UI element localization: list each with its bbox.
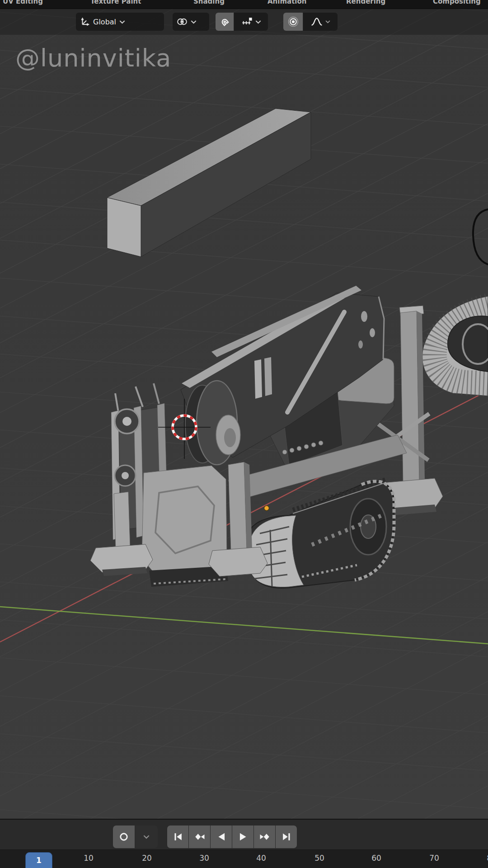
magnet-icon bbox=[219, 16, 230, 27]
next-keyframe-icon bbox=[259, 832, 270, 842]
tab-shading[interactable]: Shading bbox=[193, 0, 225, 5]
pivot-point-icon bbox=[177, 17, 188, 27]
play-reverse-button[interactable] bbox=[211, 826, 232, 848]
3d-viewport[interactable]: Global bbox=[0, 9, 488, 819]
proportional-falloff-dropdown[interactable] bbox=[303, 13, 338, 31]
ruler-label: 50 bbox=[314, 854, 324, 863]
workspace-tabbar: UV Editing Texture Paint Shading Animati… bbox=[0, 0, 488, 9]
snap-increment-icon bbox=[241, 16, 253, 27]
jump-to-start-icon bbox=[173, 832, 183, 842]
play-reverse-icon bbox=[216, 832, 226, 842]
chevron-down-icon bbox=[191, 20, 197, 24]
timeline-ruler[interactable]: 1 10 20 30 40 50 60 70 80 bbox=[0, 849, 488, 868]
watermark-text: @luninvitika bbox=[15, 44, 171, 72]
ruler-label: 10 bbox=[84, 854, 94, 863]
proportional-editing-icon bbox=[287, 16, 299, 28]
next-keyframe-button[interactable] bbox=[254, 826, 275, 848]
beam-object[interactable] bbox=[107, 108, 311, 257]
tab-rendering[interactable]: Rendering bbox=[346, 0, 385, 5]
previous-keyframe-icon bbox=[194, 832, 205, 842]
record-circle-icon bbox=[119, 832, 129, 842]
chevron-down-icon bbox=[119, 20, 125, 24]
transform-orientation-icon bbox=[80, 17, 90, 27]
pivot-point-dropdown[interactable] bbox=[173, 13, 209, 31]
crane-model[interactable] bbox=[90, 286, 443, 588]
auto-keying-toggle[interactable] bbox=[113, 826, 135, 848]
play-button[interactable] bbox=[232, 826, 253, 848]
snap-toggle-button[interactable] bbox=[216, 13, 234, 31]
auto-keying-dropdown[interactable] bbox=[135, 826, 158, 848]
timeline-panel: 1 10 20 30 40 50 60 70 80 bbox=[0, 819, 488, 868]
snap-target-dropdown[interactable] bbox=[234, 13, 268, 31]
ruler-label: 70 bbox=[429, 854, 439, 863]
viewport-scene bbox=[0, 9, 488, 819]
previous-keyframe-button[interactable] bbox=[189, 826, 210, 848]
current-frame-indicator[interactable]: 1 bbox=[25, 852, 52, 868]
blender-window: UV Editing Texture Paint Shading Animati… bbox=[0, 0, 488, 868]
orientation-label: Global bbox=[93, 18, 116, 26]
tab-texture-paint[interactable]: Texture Paint bbox=[90, 0, 141, 5]
object-origin-dot[interactable] bbox=[264, 506, 269, 511]
viewport-header: Global bbox=[0, 9, 488, 35]
chevron-down-icon bbox=[325, 20, 330, 24]
transform-orientation-dropdown[interactable]: Global bbox=[76, 13, 164, 31]
jump-to-start-button[interactable] bbox=[167, 826, 188, 848]
ruler-label: 30 bbox=[199, 854, 209, 863]
jump-to-end-button[interactable] bbox=[276, 826, 297, 848]
ruler-label: 60 bbox=[371, 854, 381, 863]
outlined-object-curve[interactable] bbox=[473, 209, 488, 264]
smooth-falloff-icon bbox=[310, 16, 323, 27]
play-icon bbox=[238, 832, 248, 842]
jump-to-end-icon bbox=[282, 832, 291, 842]
tab-uv-editing[interactable]: UV Editing bbox=[3, 0, 43, 5]
proportional-editing-toggle[interactable] bbox=[283, 13, 303, 31]
ruler-label: 40 bbox=[256, 854, 266, 863]
chevron-down-icon bbox=[143, 835, 150, 839]
ruler-label: 20 bbox=[142, 854, 152, 863]
chevron-down-icon bbox=[255, 20, 261, 24]
tab-compositing[interactable]: Compositing bbox=[433, 0, 481, 5]
tab-animation[interactable]: Animation bbox=[267, 0, 306, 5]
